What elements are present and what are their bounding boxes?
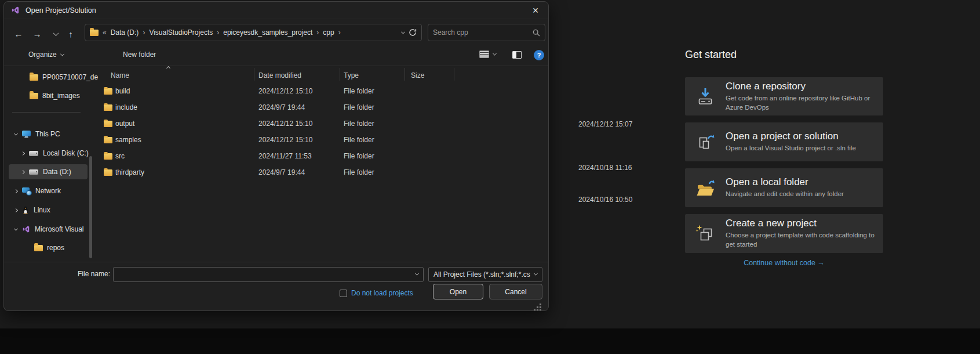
sort-ascending-icon	[166, 66, 170, 70]
file-row-output[interactable]: output 2024/12/12 15:10 File folder	[97, 115, 549, 132]
breadcrumb-item[interactable]: Data (D:)	[111, 28, 139, 37]
folder-icon	[30, 93, 38, 99]
sidebar-item-network[interactable]: Network	[14, 184, 61, 198]
refresh-icon[interactable]	[409, 28, 417, 37]
preview-pane-button[interactable]	[512, 51, 522, 59]
back-button[interactable]: ←	[11, 26, 26, 41]
folder-icon	[104, 104, 112, 111]
disk-icon	[29, 151, 38, 156]
chevron-right-icon[interactable]	[14, 189, 18, 193]
card-open-project[interactable]: Open a project or solution Open a local …	[685, 122, 883, 161]
file-type-dropdown[interactable]: All Project Files (*.sln;*.slnf;*.csp	[428, 267, 542, 282]
column-header-type[interactable]: Type	[344, 71, 359, 80]
breadcrumb-item[interactable]: VisualStudioProjects	[149, 28, 213, 37]
do-not-load-projects-label[interactable]: Do not load projects	[351, 289, 413, 297]
file-type: File folder	[344, 99, 413, 115]
chevron-right-icon[interactable]	[14, 208, 18, 212]
do-not-load-projects-checkbox[interactable]	[340, 290, 347, 297]
chevron-right-icon[interactable]	[21, 151, 25, 155]
forward-button[interactable]: →	[30, 26, 45, 41]
column-header-size[interactable]: Size	[411, 71, 424, 80]
visual-studio-window: 2024/12/12 15:07 2024/10/18 11:16 2024/1…	[0, 0, 980, 354]
resize-grip[interactable]	[540, 304, 541, 305]
file-name: build	[115, 83, 254, 99]
chevron-right-icon[interactable]	[21, 169, 25, 174]
cancel-button[interactable]: Cancel	[489, 284, 542, 299]
folder-icon	[104, 169, 112, 176]
card-create-new-project[interactable]: Create a new project Choose a project te…	[685, 214, 883, 253]
view-mode-button[interactable]	[479, 50, 496, 58]
folder-icon	[104, 153, 112, 160]
card-subtitle: Navigate and edit code within any folder	[726, 190, 844, 199]
organize-label: Organize	[28, 50, 57, 59]
file-row-thirdparty[interactable]: thirdparty 2024/9/7 19:44 File folder	[97, 164, 549, 179]
sidebar-item-this-pc[interactable]: This PC	[14, 127, 60, 141]
breadcrumb-overflow-icon[interactable]: «	[103, 28, 107, 37]
chevron-down-icon[interactable]	[14, 226, 18, 230]
file-row-build[interactable]: build 2024/12/12 15:10 File folder	[97, 83, 549, 99]
file-date-modified: 2024/12/12 15:10	[258, 83, 340, 99]
file-name-input[interactable]	[118, 270, 409, 279]
sidebar-item-data-d[interactable]: Data (D:)	[21, 165, 71, 179]
sidebar-separator	[12, 112, 81, 113]
file-name-label: File name:	[78, 270, 110, 278]
breadcrumb-separator-icon: ›	[217, 28, 219, 37]
up-button[interactable]: ↑	[63, 26, 78, 41]
new-folder-button[interactable]: New folder	[123, 50, 156, 59]
sidebar-item-label: This PC	[35, 130, 60, 138]
search-input[interactable]	[433, 28, 533, 37]
file-type: File folder	[344, 148, 413, 164]
sidebar-item-pp005710007[interactable]: PP005710007_de	[30, 70, 98, 84]
chevron-down-icon[interactable]	[415, 272, 419, 276]
help-button[interactable]: ?	[534, 50, 544, 60]
chevron-down-icon[interactable]	[14, 131, 18, 135]
file-name: output	[115, 115, 254, 132]
close-icon[interactable]: ×	[527, 3, 544, 17]
disk-icon	[29, 169, 38, 175]
search-box[interactable]	[428, 24, 545, 41]
breadcrumb-item[interactable]: epiceyesdk_samples_project	[223, 28, 312, 37]
new-project-icon	[685, 224, 726, 244]
column-header-name[interactable]: Name	[111, 71, 129, 80]
card-subtitle: Get code from an online repository like …	[726, 94, 875, 112]
visual-studio-logo-icon	[22, 225, 30, 233]
file-row-include[interactable]: include 2024/9/7 19:44 File folder	[97, 99, 549, 115]
sidebar-item-repos[interactable]: repos	[34, 241, 64, 255]
sidebar-scrollbar[interactable]	[89, 156, 92, 258]
sidebar-item-local-disk-c[interactable]: Local Disk (C:)	[21, 146, 89, 160]
breadcrumb-separator-icon: ›	[143, 28, 145, 37]
sidebar-item-linux[interactable]: Linux	[14, 203, 50, 217]
file-type: File folder	[344, 164, 413, 179]
folder-icon	[34, 245, 43, 251]
column-separator[interactable]	[254, 68, 254, 81]
file-name: include	[115, 99, 254, 115]
file-list: build 2024/12/12 15:10 File folder inclu…	[97, 83, 549, 179]
recent-item-date: 2024/10/18 11:16	[578, 164, 632, 172]
card-clone-repository[interactable]: Clone a repository Get code from an onli…	[685, 77, 883, 115]
file-name: samples	[115, 132, 254, 148]
breadcrumb-item[interactable]: cpp	[323, 28, 334, 37]
file-type: File folder	[344, 83, 413, 99]
file-date-modified: 2024/9/7 19:44	[258, 99, 340, 115]
address-bar[interactable]: « Data (D:) › VisualStudioProjects › epi…	[85, 24, 422, 41]
column-separator[interactable]	[340, 68, 340, 81]
column-separator[interactable]	[454, 68, 454, 81]
sidebar-item-8bit-images[interactable]: 8bit_images	[30, 89, 80, 103]
this-pc-icon	[22, 131, 31, 138]
column-header-date-modified[interactable]: Date modified	[258, 71, 301, 80]
file-name-combobox[interactable]	[113, 267, 424, 282]
address-dropdown-icon[interactable]	[401, 30, 405, 34]
column-separator[interactable]	[405, 68, 405, 81]
sidebar-item-microsoft-visual-studio[interactable]: Microsoft Visual	[14, 222, 83, 236]
card-open-local-folder[interactable]: Open a local folder Navigate and edit co…	[685, 168, 883, 207]
file-row-samples[interactable]: samples 2024/12/12 15:10 File folder	[97, 132, 549, 148]
visual-studio-logo-icon	[11, 6, 20, 15]
continue-without-code-link[interactable]: Continue without code →	[685, 259, 883, 267]
sidebar-item-label: Linux	[34, 206, 50, 214]
recent-locations-button[interactable]	[48, 26, 63, 41]
organize-button[interactable]: Organize	[28, 50, 64, 59]
sidebar-item-label: 8bit_images	[42, 92, 80, 100]
file-row-src[interactable]: src 2024/11/27 11:53 File folder	[97, 148, 549, 164]
open-button[interactable]: Open	[433, 284, 483, 299]
card-title: Open a project or solution	[726, 131, 856, 142]
